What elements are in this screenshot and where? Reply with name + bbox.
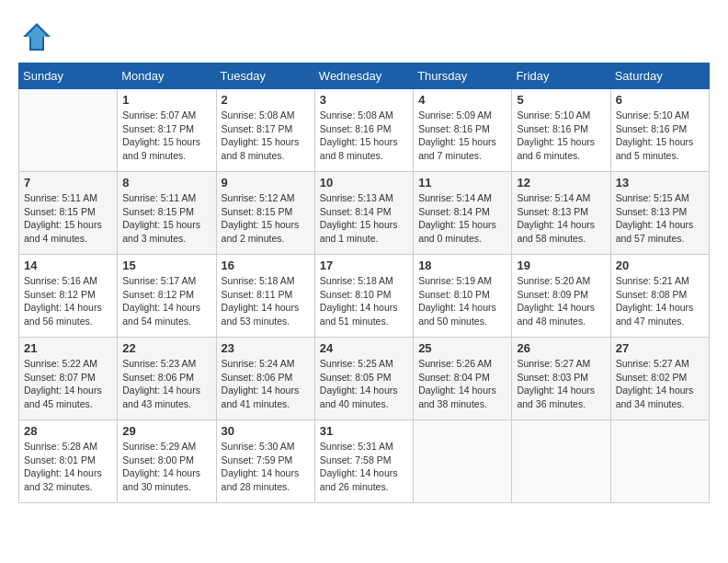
day-header-monday: Monday [118, 63, 216, 89]
day-number: 6 [616, 93, 704, 107]
day-info: Sunrise: 5:29 AMSunset: 8:00 PMDaylight:… [122, 440, 210, 494]
calendar-cell: 15Sunrise: 5:17 AMSunset: 8:12 PMDayligh… [118, 255, 216, 338]
calendar-cell: 22Sunrise: 5:23 AMSunset: 8:06 PMDayligh… [118, 338, 216, 420]
day-info: Sunrise: 5:15 AMSunset: 8:13 PMDaylight:… [616, 191, 704, 246]
calendar-cell: 4Sunrise: 5:09 AMSunset: 8:16 PMDaylight… [414, 89, 512, 172]
day-info: Sunrise: 5:14 AMSunset: 8:14 PMDaylight:… [418, 191, 506, 246]
day-number: 25 [418, 341, 506, 355]
calendar-cell [610, 420, 709, 503]
day-info: Sunrise: 5:18 AMSunset: 8:11 PMDaylight:… [222, 274, 310, 328]
calendar-cell [414, 420, 512, 503]
day-info: Sunrise: 5:20 AMSunset: 8:09 PMDaylight:… [517, 274, 605, 328]
day-header-wednesday: Wednesday [314, 63, 413, 89]
calendar-cell: 14Sunrise: 5:16 AMSunset: 8:12 PMDayligh… [19, 255, 118, 338]
day-number: 15 [122, 259, 210, 272]
day-info: Sunrise: 5:18 AMSunset: 8:10 PMDaylight:… [320, 274, 408, 328]
calendar-cell: 9Sunrise: 5:12 AMSunset: 8:15 PMDaylight… [216, 172, 314, 255]
calendar-cell: 1Sunrise: 5:07 AMSunset: 8:17 PMDaylight… [118, 89, 216, 172]
day-number: 12 [517, 176, 605, 190]
day-info: Sunrise: 5:10 AMSunset: 8:16 PMDaylight:… [517, 109, 605, 163]
day-info: Sunrise: 5:17 AMSunset: 8:12 PMDaylight:… [122, 274, 210, 328]
day-number: 10 [320, 176, 408, 190]
day-number: 11 [418, 176, 506, 190]
day-info: Sunrise: 5:27 AMSunset: 8:03 PMDaylight:… [517, 357, 605, 411]
day-info: Sunrise: 5:08 AMSunset: 8:17 PMDaylight:… [222, 109, 310, 163]
day-number: 5 [517, 93, 605, 107]
calendar-cell: 24Sunrise: 5:25 AMSunset: 8:05 PMDayligh… [314, 338, 413, 420]
day-number: 31 [320, 424, 408, 438]
day-number: 27 [616, 341, 704, 355]
day-info: Sunrise: 5:14 AMSunset: 8:13 PMDaylight:… [517, 191, 605, 246]
day-number: 4 [418, 93, 506, 107]
calendar-cell: 13Sunrise: 5:15 AMSunset: 8:13 PMDayligh… [610, 172, 709, 255]
day-number: 29 [122, 424, 210, 438]
day-number: 9 [222, 176, 310, 190]
day-number: 30 [222, 424, 310, 438]
calendar-week-4: 21Sunrise: 5:22 AMSunset: 8:07 PMDayligh… [19, 338, 710, 420]
day-info: Sunrise: 5:07 AMSunset: 8:17 PMDaylight:… [122, 109, 210, 163]
day-info: Sunrise: 5:11 AMSunset: 8:15 PMDaylight:… [122, 191, 210, 246]
day-number: 26 [517, 341, 605, 355]
day-number: 3 [320, 93, 408, 107]
calendar-table: SundayMondayTuesdayWednesdayThursdayFrid… [18, 63, 710, 503]
calendar-week-2: 7Sunrise: 5:11 AMSunset: 8:15 PMDaylight… [19, 172, 710, 255]
day-number: 13 [616, 176, 704, 190]
day-number: 24 [320, 341, 408, 355]
calendar-cell: 3Sunrise: 5:08 AMSunset: 8:16 PMDaylight… [314, 89, 413, 172]
calendar-week-5: 28Sunrise: 5:28 AMSunset: 8:01 PMDayligh… [19, 420, 710, 503]
day-header-friday: Friday [512, 63, 610, 89]
calendar-cell: 31Sunrise: 5:31 AMSunset: 7:58 PMDayligh… [314, 420, 413, 503]
calendar-cell: 27Sunrise: 5:27 AMSunset: 8:02 PMDayligh… [610, 338, 709, 420]
calendar-cell: 10Sunrise: 5:13 AMSunset: 8:14 PMDayligh… [314, 172, 413, 255]
day-number: 22 [122, 341, 210, 355]
calendar-cell: 21Sunrise: 5:22 AMSunset: 8:07 PMDayligh… [19, 338, 118, 420]
calendar-cell: 29Sunrise: 5:29 AMSunset: 8:00 PMDayligh… [118, 420, 216, 503]
day-header-tuesday: Tuesday [216, 63, 314, 89]
day-info: Sunrise: 5:25 AMSunset: 8:05 PMDaylight:… [320, 357, 408, 411]
day-number: 19 [517, 259, 605, 272]
day-number: 14 [24, 259, 112, 272]
day-header-thursday: Thursday [414, 63, 512, 89]
day-number: 23 [222, 341, 310, 355]
calendar-cell: 26Sunrise: 5:27 AMSunset: 8:03 PMDayligh… [512, 338, 610, 420]
day-info: Sunrise: 5:31 AMSunset: 7:58 PMDaylight:… [320, 440, 408, 494]
calendar-cell: 30Sunrise: 5:30 AMSunset: 7:59 PMDayligh… [216, 420, 314, 503]
calendar-cell: 23Sunrise: 5:24 AMSunset: 8:06 PMDayligh… [216, 338, 314, 420]
calendar-cell: 16Sunrise: 5:18 AMSunset: 8:11 PMDayligh… [216, 255, 314, 338]
calendar-cell: 19Sunrise: 5:20 AMSunset: 8:09 PMDayligh… [512, 255, 610, 338]
logo [18, 18, 61, 55]
day-info: Sunrise: 5:27 AMSunset: 8:02 PMDaylight:… [616, 357, 704, 411]
calendar-cell: 18Sunrise: 5:19 AMSunset: 8:10 PMDayligh… [414, 255, 512, 338]
day-info: Sunrise: 5:28 AMSunset: 8:01 PMDaylight:… [24, 440, 112, 494]
calendar-cell: 17Sunrise: 5:18 AMSunset: 8:10 PMDayligh… [314, 255, 413, 338]
day-info: Sunrise: 5:30 AMSunset: 7:59 PMDaylight:… [222, 440, 310, 494]
calendar-cell: 6Sunrise: 5:10 AMSunset: 8:16 PMDaylight… [610, 89, 709, 172]
day-info: Sunrise: 5:26 AMSunset: 8:04 PMDaylight:… [418, 357, 506, 411]
svg-marker-1 [26, 26, 48, 49]
day-number: 20 [616, 259, 704, 272]
day-number: 7 [24, 176, 112, 190]
calendar-body: 1Sunrise: 5:07 AMSunset: 8:17 PMDaylight… [19, 89, 710, 503]
day-number: 18 [418, 259, 506, 272]
calendar-week-1: 1Sunrise: 5:07 AMSunset: 8:17 PMDaylight… [19, 89, 710, 172]
day-info: Sunrise: 5:21 AMSunset: 8:08 PMDaylight:… [616, 274, 704, 328]
day-info: Sunrise: 5:22 AMSunset: 8:07 PMDaylight:… [24, 357, 112, 411]
calendar-header: SundayMondayTuesdayWednesdayThursdayFrid… [19, 63, 710, 89]
day-info: Sunrise: 5:13 AMSunset: 8:14 PMDaylight:… [320, 191, 408, 246]
day-info: Sunrise: 5:09 AMSunset: 8:16 PMDaylight:… [418, 109, 506, 163]
calendar-cell: 5Sunrise: 5:10 AMSunset: 8:16 PMDaylight… [512, 89, 610, 172]
calendar-cell: 11Sunrise: 5:14 AMSunset: 8:14 PMDayligh… [414, 172, 512, 255]
day-number: 16 [222, 259, 310, 272]
logo-icon [18, 18, 55, 55]
page-header [18, 18, 710, 55]
day-number: 2 [222, 93, 310, 107]
day-header-sunday: Sunday [19, 63, 118, 89]
day-info: Sunrise: 5:19 AMSunset: 8:10 PMDaylight:… [418, 274, 506, 328]
day-number: 1 [122, 93, 210, 107]
calendar-cell [19, 89, 118, 172]
calendar-cell [512, 420, 610, 503]
day-number: 21 [24, 341, 112, 355]
day-number: 28 [24, 424, 112, 438]
calendar-cell: 2Sunrise: 5:08 AMSunset: 8:17 PMDaylight… [216, 89, 314, 172]
day-number: 17 [320, 259, 408, 272]
